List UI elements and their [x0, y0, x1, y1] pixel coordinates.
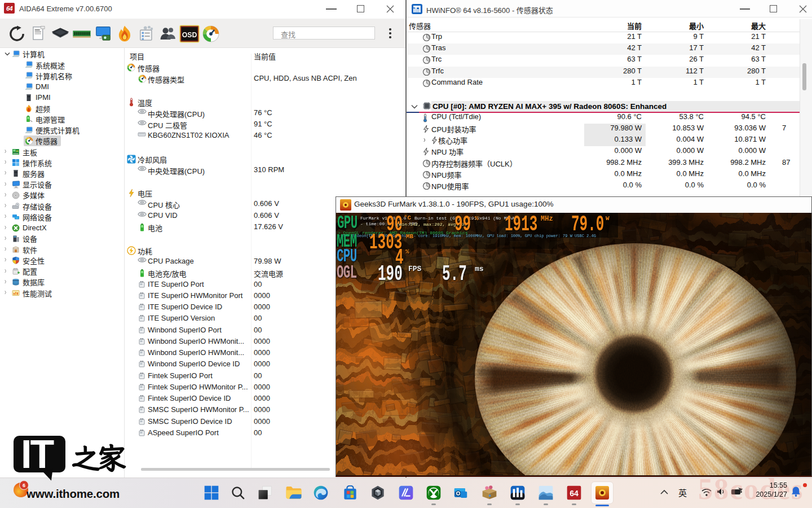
- svg-text:OSD: OSD: [182, 31, 197, 39]
- svg-text:64: 64: [570, 489, 579, 498]
